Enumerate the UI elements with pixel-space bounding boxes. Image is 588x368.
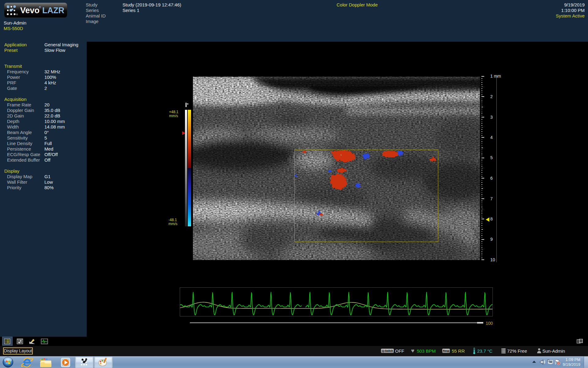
svg-text:LAZR: LAZR xyxy=(42,6,64,15)
svg-text:®: ® xyxy=(39,6,41,9)
svg-text:Vevo: Vevo xyxy=(20,6,40,15)
svg-text:®: ® xyxy=(16,13,18,16)
